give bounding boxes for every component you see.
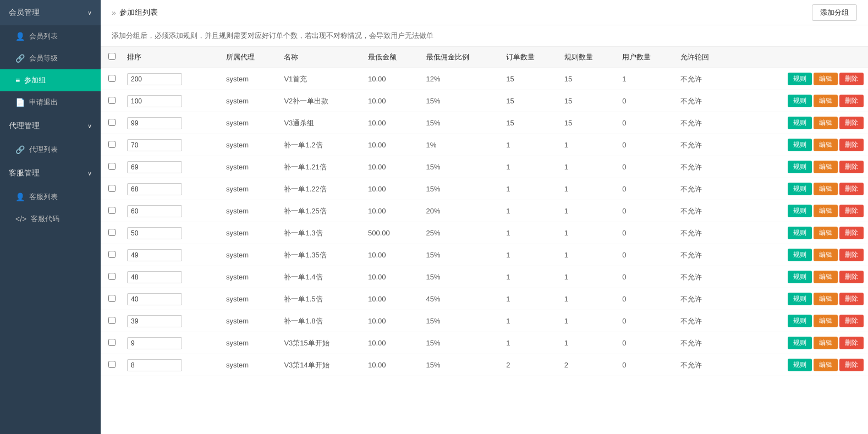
- row-agent: system: [222, 310, 279, 332]
- row-checkbox-cell: [101, 354, 123, 376]
- delete-button[interactable]: 删除: [839, 183, 864, 195]
- rule-button[interactable]: 规则: [788, 161, 812, 173]
- delete-button[interactable]: 删除: [839, 293, 864, 305]
- delete-button[interactable]: 删除: [839, 95, 864, 107]
- sidebar-item-join-group[interactable]: ≡ 参加组: [0, 69, 101, 91]
- order-input[interactable]: [127, 205, 182, 217]
- edit-button[interactable]: 编辑: [814, 73, 838, 85]
- row-checkbox[interactable]: [108, 141, 116, 148]
- delete-button[interactable]: 删除: [839, 227, 864, 239]
- row-checkbox[interactable]: [108, 339, 116, 346]
- rule-button[interactable]: 规则: [788, 117, 812, 129]
- row-order: [123, 90, 222, 112]
- order-input[interactable]: [127, 271, 182, 283]
- edit-button[interactable]: 编辑: [814, 139, 838, 151]
- rule-button[interactable]: 规则: [788, 227, 812, 239]
- sidebar-group-member[interactable]: 会员管理 ∨: [0, 0, 101, 25]
- edit-button[interactable]: 编辑: [814, 249, 838, 261]
- order-input[interactable]: [127, 227, 182, 239]
- rule-button[interactable]: 规则: [788, 205, 812, 217]
- row-checkbox[interactable]: [108, 229, 116, 236]
- rule-button[interactable]: 规则: [788, 315, 812, 327]
- order-input[interactable]: [127, 337, 182, 349]
- rule-button[interactable]: 规则: [788, 293, 812, 305]
- row-order-count: 1: [502, 310, 559, 332]
- sidebar-item-apply-exit[interactable]: 📄 申请退出: [0, 91, 101, 113]
- edit-button[interactable]: 编辑: [814, 183, 838, 195]
- rule-button[interactable]: 规则: [788, 73, 812, 85]
- row-actions: 规则 编辑 删除: [734, 354, 868, 376]
- row-checkbox[interactable]: [108, 317, 116, 324]
- edit-button[interactable]: 编辑: [814, 271, 838, 283]
- rule-button[interactable]: 规则: [788, 271, 812, 283]
- select-all-header: [101, 47, 123, 68]
- order-input[interactable]: [127, 359, 182, 371]
- delete-button[interactable]: 删除: [839, 359, 864, 371]
- row-order-count: 1: [502, 200, 559, 222]
- sidebar-item-cs-code[interactable]: </> 客服代码: [0, 208, 101, 230]
- page-header: » 参加组列表 添加分组: [101, 0, 868, 25]
- order-input[interactable]: [127, 315, 182, 327]
- row-min-amount: 10.00: [364, 156, 421, 178]
- delete-button[interactable]: 删除: [839, 271, 864, 283]
- row-checkbox[interactable]: [108, 273, 116, 280]
- row-checkbox[interactable]: [108, 185, 116, 192]
- rule-button[interactable]: 规则: [788, 139, 812, 151]
- edit-button[interactable]: 编辑: [814, 359, 838, 371]
- select-all-checkbox[interactable]: [108, 53, 116, 60]
- row-order: [123, 112, 222, 134]
- rule-button[interactable]: 规则: [788, 359, 812, 371]
- order-input[interactable]: [127, 95, 182, 107]
- edit-button[interactable]: 编辑: [814, 315, 838, 327]
- delete-button[interactable]: 删除: [839, 161, 864, 173]
- row-checkbox[interactable]: [108, 163, 116, 170]
- row-rule-count: 1: [560, 222, 618, 244]
- delete-button[interactable]: 删除: [839, 249, 864, 261]
- row-checkbox[interactable]: [108, 361, 116, 368]
- delete-button[interactable]: 删除: [839, 337, 864, 349]
- order-input[interactable]: [127, 161, 182, 173]
- delete-button[interactable]: 删除: [839, 73, 864, 85]
- sidebar-item-agent-list[interactable]: 🔗 代理列表: [0, 139, 101, 161]
- delete-button[interactable]: 删除: [839, 205, 864, 217]
- delete-button[interactable]: 删除: [839, 117, 864, 129]
- edit-button[interactable]: 编辑: [814, 227, 838, 239]
- add-group-button[interactable]: 添加分组: [812, 4, 857, 21]
- data-table: 排序 所属代理 名称 最低金额 最低佣金比例 订单数量 规则数量 用户数量 允许…: [101, 47, 868, 376]
- sidebar-item-member-level[interactable]: 🔗 会员等级: [0, 47, 101, 69]
- sidebar-item-member-list[interactable]: 👤 会员列表: [0, 25, 101, 47]
- sidebar-group-cs[interactable]: 客服管理 ∨: [0, 161, 101, 186]
- edit-button[interactable]: 编辑: [814, 117, 838, 129]
- sidebar-group-agent[interactable]: 代理管理 ∨: [0, 113, 101, 139]
- order-input[interactable]: [127, 73, 182, 85]
- order-input[interactable]: [127, 183, 182, 195]
- edit-button[interactable]: 编辑: [814, 205, 838, 217]
- delete-button[interactable]: 删除: [839, 139, 864, 151]
- row-checkbox[interactable]: [108, 119, 116, 126]
- row-checkbox[interactable]: [108, 207, 116, 214]
- row-checkbox[interactable]: [108, 251, 116, 258]
- edit-button[interactable]: 编辑: [814, 293, 838, 305]
- edit-button[interactable]: 编辑: [814, 161, 838, 173]
- order-input[interactable]: [127, 117, 182, 129]
- edit-button[interactable]: 编辑: [814, 95, 838, 107]
- rule-button[interactable]: 规则: [788, 95, 812, 107]
- row-checkbox[interactable]: [108, 97, 116, 104]
- sidebar-item-cs-list[interactable]: 👤 客服列表: [0, 186, 101, 208]
- table-row: system 补一单1.2倍 10.00 1% 1 1 0 不允许 规则 编辑 …: [101, 134, 868, 156]
- row-checkbox[interactable]: [108, 295, 116, 302]
- order-input[interactable]: [127, 139, 182, 151]
- order-input[interactable]: [127, 249, 182, 261]
- order-input[interactable]: [127, 293, 182, 305]
- delete-button[interactable]: 删除: [839, 315, 864, 327]
- row-checkbox-cell: [101, 332, 123, 354]
- row-agent: system: [222, 68, 279, 90]
- rule-button[interactable]: 规则: [788, 183, 812, 195]
- row-checkbox[interactable]: [108, 75, 116, 82]
- rule-button[interactable]: 规则: [788, 249, 812, 261]
- row-agent: system: [222, 332, 279, 354]
- rule-button[interactable]: 规则: [788, 337, 812, 349]
- row-allow-cycle: 不允许: [676, 156, 734, 178]
- row-user-count: 0: [618, 310, 675, 332]
- edit-button[interactable]: 编辑: [814, 337, 838, 349]
